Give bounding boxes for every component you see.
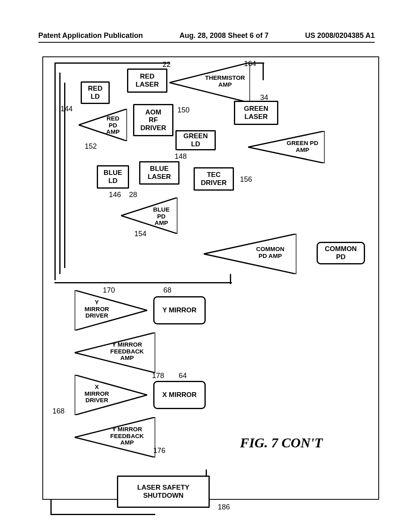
block-green-ld: GREEN LD xyxy=(175,130,216,150)
amp-common-pd: COMMON PD AMP xyxy=(204,234,296,274)
block-green-laser: GREEN LASER xyxy=(234,101,278,125)
ref-164: 164 xyxy=(244,60,256,68)
ref-22: 22 xyxy=(163,60,171,69)
amp-y-mirror-feedback-2: Y MIRROR FEEDBACK AMP xyxy=(75,417,155,457)
ref-186: 186 xyxy=(218,503,230,511)
header-center: Aug. 28, 2008 Sheet 6 of 7 xyxy=(179,31,269,40)
block-y-mirror: Y MIRROR xyxy=(153,296,206,324)
ref-148: 148 xyxy=(175,152,187,161)
amp-y-mirror-driver: Y MIRROR DRIVER xyxy=(75,290,147,330)
figure-label: FIG. 7 CON'T xyxy=(240,435,323,451)
block-laser-safety-shutdown: LASER SAFETY SHUTDOWN xyxy=(117,476,210,508)
amp-thermistor: THERMISTOR AMP xyxy=(169,62,250,103)
block-red-laser: RED LASER xyxy=(127,69,167,93)
ref-150: 150 xyxy=(177,106,190,114)
block-x-mirror: X MIRROR xyxy=(153,381,206,409)
block-red-ld: RED LD xyxy=(81,81,110,104)
ref-152: 152 xyxy=(85,142,97,151)
ref-68: 68 xyxy=(163,286,171,295)
header-left: Patent Application Publication xyxy=(38,31,143,40)
ref-156: 156 xyxy=(240,175,252,184)
ref-34: 34 xyxy=(260,94,268,102)
block-diagram: RED LD RED LASER THERMISTOR AMP GREEN LA… xyxy=(42,56,379,500)
ref-64: 64 xyxy=(179,372,187,380)
amp-y-mirror-feedback: Y MIRROR FEEDBACK AMP xyxy=(75,332,155,373)
header-rule xyxy=(38,42,375,43)
block-blue-laser: BLUE LASER xyxy=(139,161,179,185)
amp-x-mirror-driver: X MIRROR DRIVER xyxy=(75,375,147,415)
ref-28: 28 xyxy=(129,191,137,199)
ref-178: 178 xyxy=(152,372,164,380)
block-tec-driver: TEC DRIVER xyxy=(194,167,234,191)
amp-green-pd: GREEN PD AMP xyxy=(248,131,325,163)
amp-blue-pd: BLUE PD AMP xyxy=(121,197,177,234)
block-aom-rf-driver: AOM RF DRIVER xyxy=(133,104,173,136)
block-blue-ld: BLUE LD xyxy=(97,165,129,189)
ref-154: 154 xyxy=(134,230,146,238)
header-right: US 2008/0204385 A1 xyxy=(305,31,375,40)
ref-170: 170 xyxy=(103,286,115,295)
ref-146: 146 xyxy=(109,191,121,199)
ref-168: 168 xyxy=(52,407,65,416)
ref-176: 176 xyxy=(153,447,165,455)
block-common-pd: COMMON PD xyxy=(317,242,365,264)
amp-red-pd: RED PD AMP xyxy=(79,109,127,141)
ref-144: 144 xyxy=(60,105,73,113)
